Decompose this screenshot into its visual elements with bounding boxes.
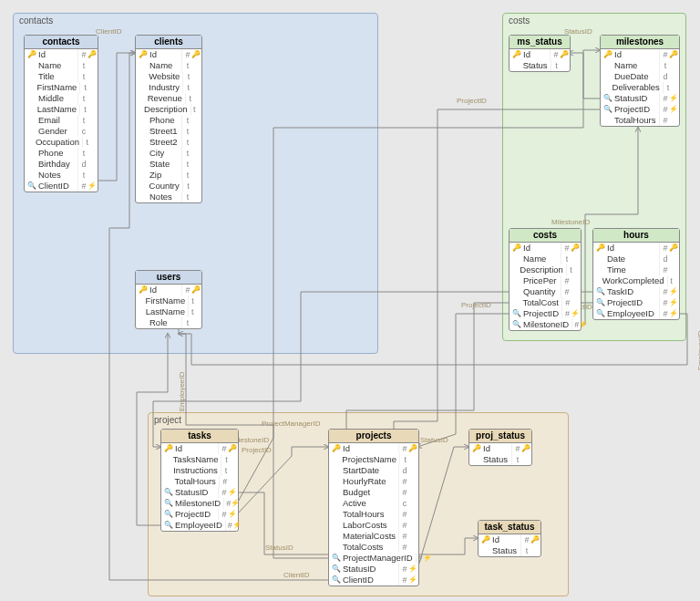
field-row[interactable]: ProjectsNamet — [329, 454, 418, 465]
field-row[interactable]: Zipt — [136, 170, 201, 181]
entity-header[interactable]: hours — [593, 229, 679, 243]
entity-contacts[interactable]: contacts🔑Id#🔑NametTitletFirstNametMiddle… — [24, 35, 98, 192]
field-row[interactable]: 🔍ClientID#⚡ — [329, 575, 418, 585]
entity-header[interactable]: users — [136, 271, 201, 285]
field-row[interactable]: LastNamet — [136, 306, 201, 317]
field-row[interactable]: 🔍ClientID#⚡ — [25, 181, 98, 192]
field-row[interactable]: Notest — [136, 192, 201, 202]
field-row[interactable]: StartDated — [329, 465, 418, 476]
field-row[interactable]: TasksNamet — [161, 454, 238, 465]
field-row[interactable]: Quantity# — [510, 286, 581, 297]
field-row[interactable]: 🔍MilestoneID#⚡ — [510, 319, 581, 330]
entity-users[interactable]: users🔑Id#🔑FirstNametLastNametRolet — [135, 270, 202, 329]
field-row[interactable]: 🔍ProjectID#⚡ — [593, 297, 679, 308]
field-row[interactable]: Emailt — [25, 115, 98, 126]
field-row[interactable]: 🔑Id#🔑 — [161, 443, 238, 454]
entity-costs[interactable]: costs🔑Id#🔑NametDescriptiontPricePer#Quan… — [509, 228, 582, 331]
field-row[interactable]: Countryt — [136, 181, 201, 192]
field-row[interactable]: TotalHours# — [161, 476, 238, 487]
field-row[interactable]: LaborCosts# — [329, 520, 418, 531]
entity-header[interactable]: ms_status — [510, 36, 570, 49]
field-row[interactable]: 🔑Id#🔑 — [136, 285, 201, 295]
field-row[interactable]: Statust — [510, 60, 570, 71]
field-row[interactable]: Namet — [510, 254, 581, 264]
entity-hours[interactable]: hours🔑Id#🔑DatedTime#WorkCompletedt🔍TaskI… — [592, 228, 680, 320]
field-row[interactable]: 🔍StatusID#⚡ — [329, 564, 418, 575]
field-row[interactable]: Rolet — [136, 317, 201, 328]
field-row[interactable]: 🔍ProjectID#⚡ — [510, 308, 581, 319]
field-row[interactable]: 🔑Id#🔑 — [510, 49, 570, 60]
field-row[interactable]: TotalCost# — [510, 297, 581, 308]
field-row[interactable]: 🔍StatusID#⚡ — [161, 487, 238, 498]
field-row[interactable]: Genderc — [25, 126, 98, 137]
field-row[interactable]: 🔑Id#🔑 — [329, 443, 418, 454]
field-row[interactable]: 🔑Id#🔑 — [25, 49, 98, 60]
field-row[interactable]: Statet — [136, 159, 201, 170]
field-row[interactable]: Phonet — [25, 148, 98, 159]
field-row[interactable]: 🔑Id#🔑 — [469, 443, 531, 454]
field-row[interactable]: FirstNamet — [25, 82, 98, 93]
field-row[interactable]: LastNamet — [25, 104, 98, 115]
entity-header[interactable]: task_status — [479, 521, 540, 534]
entity-header[interactable]: projects — [329, 430, 418, 443]
entity-header[interactable]: costs — [510, 229, 581, 243]
field-row[interactable]: Street1t — [136, 126, 201, 137]
field-row[interactable]: Dated — [593, 254, 679, 264]
entity-header[interactable]: tasks — [161, 430, 238, 443]
field-row[interactable]: Activec — [329, 498, 418, 509]
field-row[interactable]: Statust — [469, 454, 531, 465]
field-row[interactable]: TotalCosts# — [329, 542, 418, 553]
entity-projects[interactable]: projects🔑Id#🔑ProjectsNametStartDatedHour… — [328, 429, 419, 586]
field-row[interactable]: Phonet — [136, 115, 201, 126]
field-row[interactable]: 🔍StatusID#⚡ — [601, 93, 679, 104]
entity-header[interactable]: contacts — [25, 36, 98, 49]
field-row[interactable]: 🔑Id#🔑 — [479, 534, 540, 545]
field-row[interactable]: 🔍ProjectID#⚡ — [161, 509, 238, 520]
entity-header[interactable]: proj_status — [469, 430, 531, 443]
field-row[interactable]: TotalHours# — [601, 115, 679, 126]
field-row[interactable]: 🔍TaskID#⚡ — [593, 286, 679, 297]
field-row[interactable]: TotalHours# — [329, 509, 418, 520]
entity-proj_status[interactable]: proj_status🔑Id#🔑Statust — [468, 429, 532, 466]
field-row[interactable]: Budget# — [329, 487, 418, 498]
field-row[interactable]: Deliverablest — [601, 82, 679, 93]
field-row[interactable]: Statust — [479, 545, 540, 556]
field-row[interactable]: Descriptiont — [510, 264, 581, 275]
field-row[interactable]: MaterialCosts# — [329, 531, 418, 542]
field-row[interactable]: PricePer# — [510, 275, 581, 286]
field-row[interactable]: 🔍ProjectID#⚡ — [601, 104, 679, 115]
field-row[interactable]: 🔍MilestoneID#⚡ — [161, 498, 238, 509]
field-row[interactable]: 🔍ProjectManagerID#⚡ — [329, 553, 418, 564]
field-row[interactable]: Occupationt — [25, 137, 98, 148]
field-row[interactable]: Middlet — [25, 93, 98, 104]
entity-ms_status[interactable]: ms_status🔑Id#🔑Statust — [509, 35, 571, 72]
field-row[interactable]: Time# — [593, 264, 679, 275]
field-row[interactable]: Titlet — [25, 71, 98, 82]
field-row[interactable]: DueDated — [601, 71, 679, 82]
field-row[interactable]: Namet — [136, 60, 201, 71]
field-row[interactable]: 🔑Id#🔑 — [601, 49, 679, 60]
field-row[interactable]: Industryt — [136, 82, 201, 93]
field-row[interactable]: Namet — [601, 60, 679, 71]
entity-task_status[interactable]: task_status🔑Id#🔑Statust — [478, 520, 541, 557]
field-row[interactable]: 🔑Id#🔑 — [510, 243, 581, 254]
field-row[interactable]: 🔑Id#🔑 — [136, 49, 201, 60]
entity-header[interactable]: clients — [136, 36, 201, 49]
field-row[interactable]: Street2t — [136, 137, 201, 148]
field-row[interactable]: FirstNamet — [136, 295, 201, 306]
entity-milestones[interactable]: milestones🔑Id#🔑NametDueDatedDeliverables… — [600, 35, 680, 127]
field-row[interactable]: 🔍EmployeeID#⚡ — [161, 520, 238, 531]
entity-clients[interactable]: clients🔑Id#🔑NametWebsitetIndustrytRevenu… — [135, 35, 202, 203]
field-row[interactable]: Instructionst — [161, 465, 238, 476]
entity-header[interactable]: milestones — [601, 36, 679, 49]
field-row[interactable]: 🔍EmployeeID#⚡ — [593, 308, 679, 319]
entity-tasks[interactable]: tasks🔑Id#🔑TasksNametInstructionstTotalHo… — [160, 429, 239, 532]
field-row[interactable]: Websitet — [136, 71, 201, 82]
field-row[interactable]: HourlyRate# — [329, 476, 418, 487]
field-row[interactable]: Birthdayd — [25, 159, 98, 170]
field-row[interactable]: Notest — [25, 170, 98, 181]
field-row[interactable]: Revenuet — [136, 93, 201, 104]
field-row[interactable]: Descriptiont — [136, 104, 201, 115]
field-row[interactable]: WorkCompletedt — [593, 275, 679, 286]
field-row[interactable]: Cityt — [136, 148, 201, 159]
